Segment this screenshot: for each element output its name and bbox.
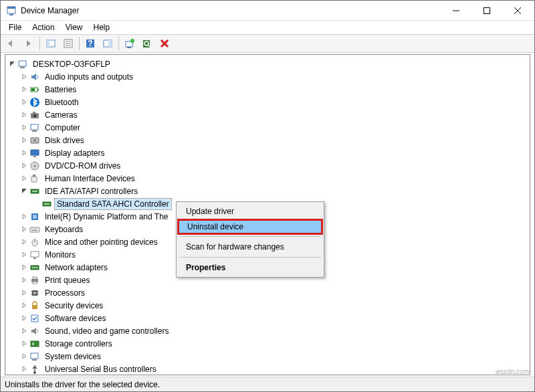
category-label: Bluetooth [43,97,81,108]
ctx-properties[interactable]: Properties [178,260,322,276]
help-button[interactable]: ? [82,35,98,52]
category-label: Disk drives [43,135,86,146]
minimize-button[interactable] [441,1,471,20]
window-title: Device Manager [21,6,441,15]
device-label: Standard SATA AHCI Controller [55,199,171,209]
expand-icon[interactable] [19,340,29,347]
maximize-button[interactable] [471,1,502,20]
collapse-icon[interactable] [19,188,29,194]
ctx-scan-hardware[interactable]: Scan for hardware changes [178,239,322,255]
category-camera[interactable]: Cameras [19,108,530,121]
svg-rect-43 [33,175,35,177]
category-hid[interactable]: Human Interface Devices [19,172,530,185]
expand-icon[interactable] [19,328,29,334]
menu-view[interactable]: View [60,21,88,33]
expand-icon[interactable] [19,150,29,156]
ctx-uninstall-device[interactable]: Uninstall device [177,219,323,235]
expand-icon[interactable] [19,264,29,270]
category-computer[interactable]: Computer [19,121,530,134]
uninstall-device-button[interactable] [156,35,173,52]
expand-icon[interactable] [19,239,29,245]
svg-rect-52 [33,229,35,229]
expand-icon[interactable] [19,112,29,118]
battery-icon [29,84,40,95]
category-label: Keyboards [43,224,85,235]
svg-rect-76 [31,353,38,359]
security-icon [29,300,40,311]
category-system[interactable]: System devices [19,350,530,363]
category-label: System devices [43,351,103,362]
category-label: Audio inputs and outputs [43,72,135,82]
svg-rect-42 [31,177,37,182]
expand-icon[interactable] [19,99,29,105]
category-storage[interactable]: Storage controllers [19,337,530,350]
computer-icon [17,59,28,70]
category-audio[interactable]: Audio inputs and outputs [19,70,530,83]
svg-rect-33 [33,112,35,113]
svg-rect-47 [44,203,49,205]
keyboard-icon [29,224,40,235]
scan-hardware-button[interactable] [139,35,155,52]
svg-point-32 [33,114,37,117]
svg-point-41 [34,165,36,167]
properties-button[interactable] [60,35,76,52]
category-display[interactable]: Display adapters [19,146,530,159]
category-usb[interactable]: Universal Serial Bus controllers [19,363,530,375]
svg-rect-51 [31,229,33,229]
show-hide-console-tree-button[interactable] [43,35,59,52]
menu-file[interactable]: File [3,21,27,33]
menu-help[interactable]: Help [88,21,116,33]
expand-icon[interactable] [19,353,29,359]
category-ide[interactable]: IDE ATA/ATAPI controllers [19,185,530,197]
svg-rect-2 [9,14,13,15]
category-label: Mice and other pointing devices [43,237,160,248]
category-battery[interactable]: Batteries [19,83,530,96]
expand-icon[interactable] [19,86,29,92]
expand-icon[interactable] [19,74,29,80]
ctx-update-driver[interactable]: Update driver [178,203,322,219]
expand-icon[interactable] [19,302,29,308]
category-bluetooth[interactable]: Bluetooth [19,96,530,108]
category-cpu[interactable]: Processors [19,286,530,299]
software-icon [29,313,40,324]
cpu-icon [29,288,40,298]
expand-icon[interactable] [19,213,29,219]
expand-icon[interactable] [19,252,29,258]
ctx-separator [179,236,321,237]
category-label: Network adapters [43,262,110,273]
svg-rect-45 [32,191,37,192]
expand-icon[interactable] [19,137,29,143]
category-security[interactable]: Security devices [19,299,530,312]
svg-rect-8 [47,40,49,47]
expand-icon[interactable] [19,315,29,321]
back-button[interactable] [3,35,19,52]
category-dvd[interactable]: DVD/CD-ROM drives [19,159,530,172]
status-bar: Uninstalls the driver for the selected d… [1,377,534,391]
action-pane-button[interactable] [100,35,116,52]
expand-icon[interactable] [19,366,29,372]
expand-icon[interactable] [19,163,29,169]
update-driver-button[interactable] [122,35,138,52]
svg-rect-28 [37,89,39,90]
expand-icon[interactable] [19,124,29,130]
svg-rect-54 [32,230,37,231]
expand-icon[interactable] [19,277,29,283]
root-node[interactable]: DESKTOP-O3FGFLP [7,58,530,70]
svg-text:?: ? [88,39,92,48]
svg-rect-77 [32,359,37,361]
menu-action[interactable]: Action [27,21,60,33]
bluetooth-icon [29,97,40,108]
svg-rect-16 [108,40,112,47]
close-button[interactable] [502,1,533,20]
collapse-icon[interactable] [7,61,17,67]
expand-icon[interactable] [19,175,29,181]
svg-point-62 [36,267,37,268]
svg-rect-57 [31,252,39,257]
expand-icon[interactable] [19,290,29,296]
category-software[interactable]: Software devices [19,312,530,324]
category-disk[interactable]: Disk drives [19,134,530,146]
monitor-icon [29,250,40,260]
forward-button[interactable] [21,35,37,52]
category-sound[interactable]: Sound, video and game controllers [19,324,530,337]
expand-icon[interactable] [19,226,29,232]
